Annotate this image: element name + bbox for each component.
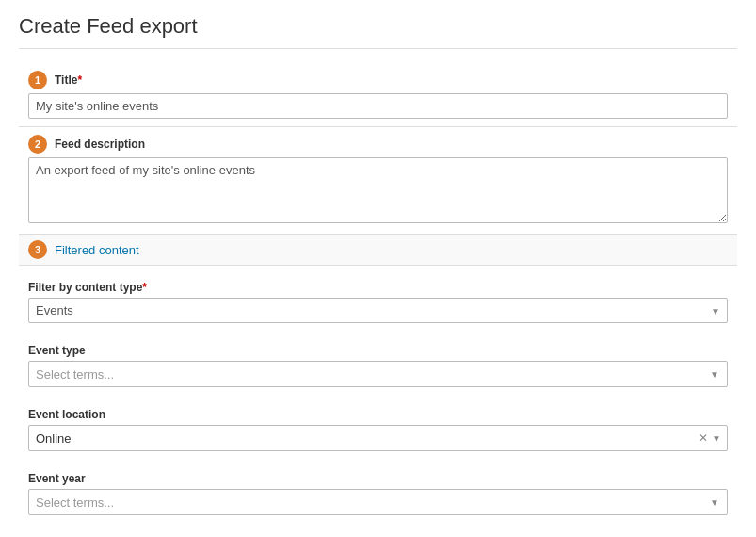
event-type-placeholder: Select terms... (36, 367, 114, 382)
section-description: 2Feed description An export feed of my s… (19, 127, 737, 234)
section-title: 1Title* (19, 63, 737, 126)
description-textarea[interactable]: An export feed of my site's online event… (28, 157, 728, 223)
content-type-required: * (142, 281, 147, 294)
filtered-content-title: Filtered content (55, 243, 139, 257)
filtered-content-header: 3 Filtered content (19, 234, 737, 266)
filtered-content-body: Filter by content type* Events Posts Pag… (19, 266, 737, 537)
event-year-arrow-icon: ▼ (710, 497, 719, 508)
event-location-select[interactable]: Online ✕ ▼ (28, 425, 728, 451)
content-type-label: Filter by content type* (28, 281, 728, 294)
section-filtered: 3 Filtered content Filter by content typ… (19, 234, 737, 537)
event-type-field-group: Event type Select terms... ▼ (28, 336, 728, 395)
event-year-placeholder: Select terms... (36, 496, 114, 510)
event-year-label: Event year (28, 472, 728, 485)
event-location-arrow-icon: ▼ (712, 433, 721, 444)
event-location-label: Event location (28, 408, 728, 421)
content-type-field-group: Filter by content type* Events Posts Pag… (28, 273, 728, 331)
event-year-field-group: Event year Select terms... ▼ (28, 464, 728, 523)
event-type-label: Event type (28, 344, 728, 357)
event-location-value: Online (36, 431, 72, 446)
event-year-select[interactable]: Select terms... ▼ (28, 489, 728, 515)
title-required: * (77, 73, 82, 87)
search-taxonomy-field-group: Search taxonomy Select terms... ▼ (28, 529, 728, 537)
description-field-group: 2Feed description An export feed of my s… (19, 127, 737, 234)
step-badge-1: 1 (28, 71, 47, 90)
title-input[interactable] (28, 93, 728, 119)
event-type-arrow-icon: ▼ (710, 369, 719, 380)
event-type-select[interactable]: Select terms... ▼ (28, 361, 728, 387)
description-label: 2Feed description (28, 135, 728, 154)
event-location-clear-icon[interactable]: ✕ (699, 431, 708, 445)
step-badge-3: 3 (28, 240, 47, 259)
title-field-group: 1Title* (19, 63, 737, 126)
page-wrapper: Create Feed export 1Title* 2Feed descrip… (0, 0, 756, 537)
event-location-field-group: Event location Online ✕ ▼ (28, 400, 728, 459)
step-badge-2: 2 (28, 135, 47, 154)
title-label: 1Title* (28, 71, 728, 90)
content-type-select-wrapper: Events Posts Pages ▼ (28, 298, 728, 323)
page-title: Create Feed export (19, 14, 737, 49)
content-type-select[interactable]: Events Posts Pages (28, 298, 728, 323)
